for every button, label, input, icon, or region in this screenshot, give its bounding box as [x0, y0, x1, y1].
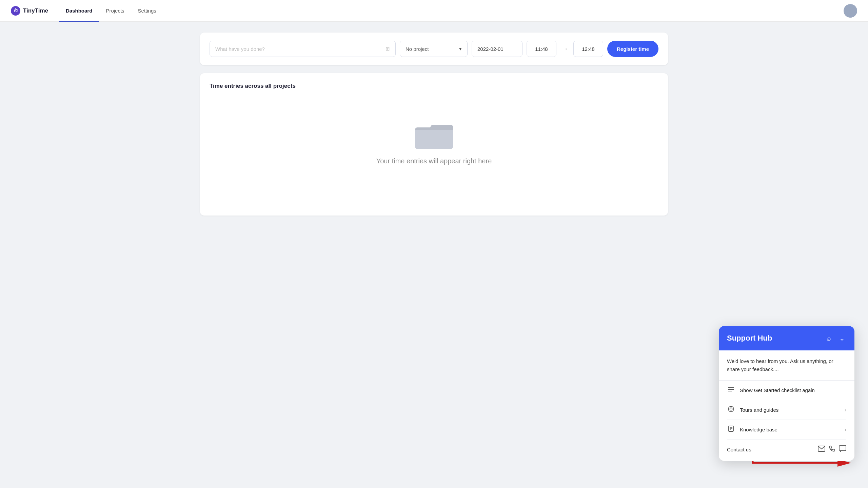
empty-text: Your time entries will appear right here	[376, 157, 492, 165]
svg-point-4	[729, 387, 730, 388]
checklist-label: Show Get Started checklist again	[740, 387, 846, 393]
brand-icon: ⏱	[11, 6, 20, 16]
folder-icon	[414, 118, 454, 150]
svg-point-7	[730, 408, 732, 410]
nav-item-settings[interactable]: Settings	[131, 0, 163, 22]
time-entry-card: What have you done? ⊞ No project ▾ 2022-…	[200, 33, 668, 65]
time-start-value: 11:48	[535, 46, 548, 52]
user-avatar[interactable]	[844, 4, 857, 18]
email-icon[interactable]	[818, 446, 825, 453]
chevron-down-icon: ▾	[459, 46, 462, 52]
tours-icon	[727, 406, 735, 414]
main-content: What have you done? ⊞ No project ▾ 2022-…	[186, 22, 682, 226]
chat-icon[interactable]	[839, 445, 846, 454]
svg-rect-13	[839, 445, 846, 451]
support-hub-search-button[interactable]: ⌕	[826, 333, 832, 344]
svg-point-6	[728, 406, 734, 412]
time-end-input[interactable]: 12:48	[573, 41, 603, 57]
navbar: ⏱ TinyTime Dashboard Projects Settings	[0, 0, 868, 22]
contact-label: Contact us	[727, 447, 813, 452]
support-hub-description: We'd love to hear from you. Ask us anyth…	[727, 357, 846, 373]
nav-links: Dashboard Projects Settings	[59, 0, 844, 22]
support-hub-actions: ⌕ ⌄	[826, 333, 846, 344]
support-hub-item-knowledge[interactable]: Knowledge base ›	[727, 420, 846, 440]
entries-title: Time entries across all projects	[210, 83, 658, 89]
date-value: 2022-02-01	[477, 46, 504, 52]
support-hub-item-contact[interactable]: Contact us	[727, 440, 846, 461]
chevron-down-icon: ⌄	[839, 334, 845, 342]
svg-rect-0	[415, 127, 453, 149]
empty-state: Your time entries will appear right here	[210, 98, 658, 185]
date-input[interactable]: 2022-02-01	[472, 41, 522, 57]
support-hub-collapse-button[interactable]: ⌄	[838, 333, 846, 344]
time-entry-form: What have you done? ⊞ No project ▾ 2022-…	[210, 41, 658, 57]
support-hub-body: We'd love to hear from you. Ask us anyth…	[719, 350, 854, 461]
register-button[interactable]: Register time	[607, 41, 658, 57]
nav-item-projects[interactable]: Projects	[99, 0, 131, 22]
description-placeholder: What have you done?	[215, 46, 265, 52]
phone-icon[interactable]	[829, 445, 835, 454]
knowledge-label: Knowledge base	[740, 427, 840, 432]
time-end-value: 12:48	[582, 46, 595, 52]
support-hub-item-tours[interactable]: Tours and guides ›	[727, 400, 846, 420]
contact-icons	[818, 445, 846, 454]
support-hub-panel: Support Hub ⌕ ⌄ We'd love to hear from y…	[719, 326, 854, 461]
support-hub-title: Support Hub	[727, 334, 772, 343]
support-hub-header: Support Hub ⌕ ⌄	[719, 326, 854, 350]
support-hub-item-checklist[interactable]: Show Get Started checklist again	[727, 381, 846, 400]
table-icon: ⊞	[386, 46, 390, 52]
tours-label: Tours and guides	[740, 407, 840, 413]
project-value: No project	[406, 46, 429, 52]
time-start-input[interactable]: 11:48	[527, 41, 556, 57]
tours-arrow-icon: ›	[845, 407, 846, 413]
arrow-icon: →	[562, 45, 568, 53]
entries-card: Time entries across all projects Your ti…	[200, 73, 668, 216]
project-select[interactable]: No project ▾	[400, 41, 468, 57]
svg-point-5	[729, 389, 730, 390]
knowledge-icon	[727, 425, 735, 434]
search-icon: ⌕	[827, 334, 831, 342]
checklist-icon	[727, 386, 735, 394]
description-input[interactable]: What have you done? ⊞	[210, 41, 396, 57]
knowledge-arrow-icon: ›	[845, 427, 846, 433]
brand-logo[interactable]: ⏱ TinyTime	[11, 6, 48, 16]
brand-name: TinyTime	[23, 7, 48, 14]
support-hub-menu: Show Get Started checklist again Tours a…	[727, 381, 846, 461]
nav-item-dashboard[interactable]: Dashboard	[59, 0, 99, 22]
